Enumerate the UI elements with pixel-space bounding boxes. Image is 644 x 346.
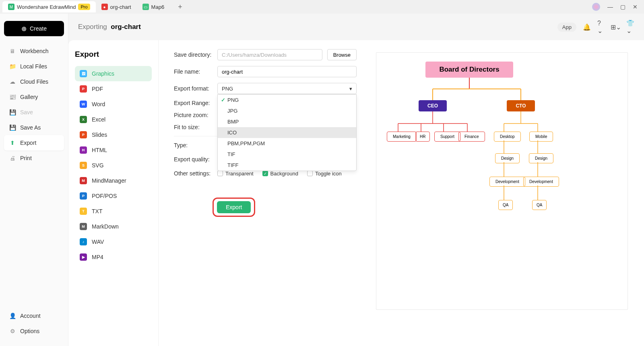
save-icon: 💾 (9, 109, 16, 116)
save-as-icon: 💾 (9, 124, 16, 131)
org-marketing: Marketing (387, 132, 417, 142)
sidebar-item-workbench[interactable]: 🖥Workbench (4, 43, 64, 59)
create-button-label: Create (30, 25, 47, 32)
check-background[interactable]: ✓Background (262, 171, 298, 177)
range-label: Export Range: (174, 100, 217, 106)
sidebar-item-account[interactable]: 👤Account (4, 308, 64, 323)
file-name-input[interactable] (217, 66, 357, 77)
grid-icon[interactable]: ⊞⌄ (612, 23, 620, 31)
tab-file-1[interactable]: ● org-chart (96, 1, 137, 12)
browse-button[interactable]: Browse (327, 49, 357, 60)
export-button[interactable]: Export (217, 201, 251, 213)
tab-app[interactable]: M Wondershare EdrawMind Pro (2, 1, 96, 12)
save-dir-input[interactable] (217, 49, 322, 60)
txt-icon: T (80, 208, 87, 215)
other-label: Other settings: (174, 170, 217, 177)
sidebar-item-local-files[interactable]: 📁Local Files (4, 59, 64, 74)
org-dev-2: Development (523, 177, 559, 187)
format-option-bmp[interactable]: BMP (218, 116, 356, 127)
cloud-icon: ☁ (9, 78, 16, 85)
shirt-icon[interactable]: 👕⌄ (626, 23, 634, 31)
export-type-word[interactable]: WWord (75, 97, 152, 112)
preview-panel: Board of Directors CEO CTO Marketing HR … (376, 40, 644, 346)
svg-icon: S (80, 162, 87, 169)
org-qa-1: QA (498, 200, 513, 210)
sidebar-item-export[interactable]: ⬆Export (4, 135, 64, 150)
export-types-sidebar: Export 🖼Graphics PPDF WWord XExcel PSlid… (68, 40, 159, 346)
export-type-graphics[interactable]: 🖼Graphics (75, 66, 152, 81)
help-icon[interactable]: ?⌄ (597, 23, 605, 31)
create-button[interactable]: ⊕ Create (4, 21, 64, 36)
export-type-slides[interactable]: PSlides (75, 127, 152, 142)
org-hr: HR (415, 132, 430, 142)
pdf-icon: P (80, 85, 87, 93)
org-qa-2: QA (532, 200, 547, 210)
file-icon: ▭ (142, 4, 149, 10)
export-type-markdown[interactable]: MMarkDown (75, 219, 152, 234)
org-support: Support (434, 132, 460, 142)
word-icon: W (80, 101, 87, 108)
export-form: Save directory: Browse File name: Export… (159, 40, 376, 346)
export-type-svg[interactable]: SSVG (75, 158, 152, 173)
mp4-icon: ▶ (80, 253, 87, 261)
format-option-pbm[interactable]: PBM,PPM,PGM (218, 138, 356, 149)
pofpos-icon: P (80, 192, 87, 200)
excel-icon: X (80, 116, 87, 123)
sidebar-item-options[interactable]: ⚙Options (4, 323, 64, 339)
tab-file-2[interactable]: ▭ Map6 (137, 1, 170, 12)
app-logo-icon: M (8, 4, 14, 10)
sidebar-item-save-as[interactable]: 💾Save As (4, 120, 64, 135)
checkbox-icon (307, 171, 313, 176)
export-title: Export (75, 50, 152, 59)
new-tab-button[interactable]: + (178, 3, 182, 11)
format-select[interactable]: PNG ▾ (217, 83, 357, 94)
format-dropdown: PNG JPG BMP ICO PBM,PPM,PGM TIF TIFF (217, 94, 357, 171)
export-type-mindmanager[interactable]: MMindManager (75, 173, 152, 188)
close-icon[interactable]: ✕ (633, 4, 638, 10)
topbar: Exporting org-chart App 🔔 ?⌄ ⊞⌄ 👕⌄ (68, 14, 644, 40)
markdown-icon: M (80, 223, 87, 230)
bell-icon[interactable]: 🔔 (583, 23, 591, 31)
zoom-label: Picture zoom: (174, 112, 217, 118)
sidebar-item-cloud-files[interactable]: ☁Cloud Files (4, 74, 64, 89)
quality-label: Export quality: (174, 156, 217, 163)
export-type-pdf[interactable]: PPDF (75, 81, 152, 97)
chevron-down-icon: ▾ (349, 86, 352, 92)
maximize-icon[interactable]: ▢ (620, 4, 625, 10)
org-design-1: Design (495, 153, 520, 163)
export-type-pofpos[interactable]: PPOF/POS (75, 188, 152, 204)
format-option-tif[interactable]: TIF (218, 149, 356, 160)
fit-label: Fit to size: (174, 124, 217, 130)
user-avatar[interactable] (592, 3, 600, 11)
format-option-jpg[interactable]: JPG (218, 105, 356, 116)
export-button-highlight: Export (213, 198, 255, 217)
format-option-png[interactable]: PNG (218, 95, 356, 105)
type-label: Type: (174, 142, 217, 148)
title-bar: M Wondershare EdrawMind Pro ● org-chart … (0, 0, 644, 14)
export-type-mp4[interactable]: ▶MP4 (75, 249, 152, 265)
check-toggle-icon[interactable]: Toggle icon (307, 171, 342, 177)
org-finance: Finance (458, 132, 485, 142)
export-type-excel[interactable]: XExcel (75, 112, 152, 127)
export-type-txt[interactable]: TTXT (75, 204, 152, 219)
minimize-icon[interactable]: — (607, 4, 613, 10)
mindmanager-icon: M (80, 177, 87, 184)
org-ceo: CEO (419, 100, 447, 111)
checkbox-icon (217, 171, 223, 176)
left-sidebar: ⊕ Create 🖥Workbench 📁Local Files ☁Cloud … (0, 14, 68, 346)
sidebar-item-print[interactable]: 🖨Print (4, 150, 64, 166)
export-type-html[interactable]: HHTML (75, 142, 152, 158)
app-pill[interactable]: App (557, 23, 576, 32)
sidebar-item-save[interactable]: 💾Save (4, 105, 64, 120)
export-type-wav[interactable]: ♪WAV (75, 234, 152, 249)
gear-icon: ⚙ (9, 327, 16, 335)
sidebar-item-gallery[interactable]: 📰Gallery (4, 89, 64, 105)
checkbox-icon: ✓ (262, 171, 268, 176)
html-icon: H (80, 146, 87, 154)
format-option-ico[interactable]: ICO (218, 127, 356, 138)
gallery-icon: 📰 (9, 93, 16, 101)
org-design-2: Design (529, 153, 553, 163)
graphics-icon: 🖼 (80, 70, 87, 77)
check-transparent[interactable]: Transparent (217, 171, 254, 177)
format-option-tiff[interactable]: TIFF (218, 160, 356, 171)
